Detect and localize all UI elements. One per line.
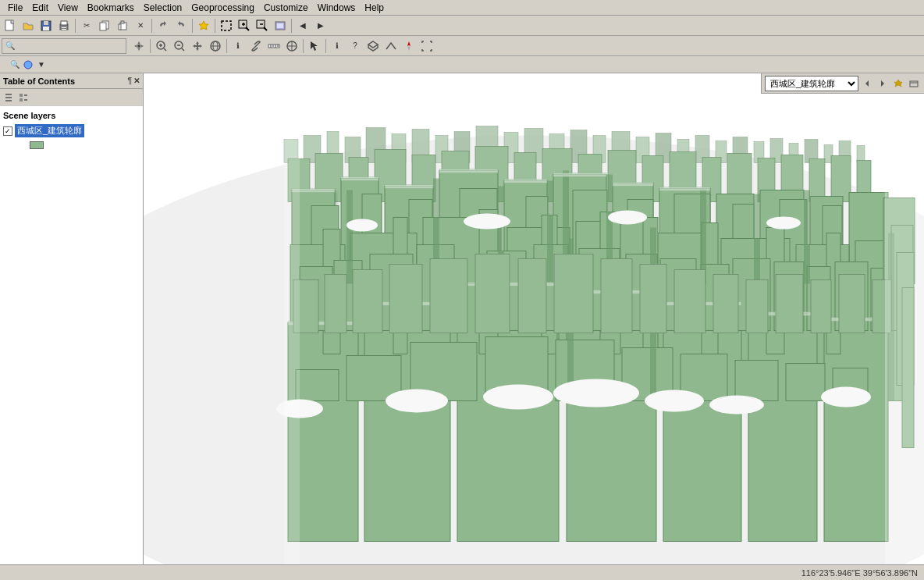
north-btn[interactable] [400,37,418,55]
svg-rect-223 [353,270,382,333]
svg-rect-225 [430,259,467,333]
svg-point-210 [386,390,448,413]
sep2 [151,19,152,33]
search-box[interactable]: 🔍 [2,38,126,54]
svg-rect-5 [61,21,67,25]
svg-rect-176 [735,361,778,401]
sep7 [226,39,227,53]
save-button[interactable] [37,17,55,34]
copy-button[interactable] [96,17,113,34]
svg-rect-227 [518,259,546,333]
layer-checkbox[interactable]: ✓ [3,126,12,136]
menu-windows[interactable]: Windows [313,1,361,15]
zoom-prev-btn[interactable]: ◀ [294,17,311,34]
menu-bookmarks[interactable]: Bookmarks [83,1,139,15]
svg-marker-45 [407,41,410,46]
back-layer-btn[interactable] [860,77,874,91]
pan-btn[interactable] [189,37,206,55]
toc-source-view-btn[interactable] [16,91,30,105]
small-arrow-btn[interactable]: ▼ [35,59,48,71]
sep6 [150,39,151,53]
menu-selection[interactable]: Selection [139,1,187,15]
paste-button[interactable] [114,17,131,34]
map-view[interactable]: 西城区_建筑轮廓 [144,73,924,564]
menu-file[interactable]: File [3,1,27,15]
tilt-btn[interactable] [382,37,400,55]
menu-geoprocessing[interactable]: Geoprocessing [187,1,259,15]
delete-button[interactable]: ✕ [132,17,149,34]
svg-line-18 [246,27,249,30]
svg-rect-12 [119,24,121,30]
svg-rect-14 [222,21,231,30]
main-layout: Table of Contents ¶ ✕ Scene layers ✓ 西城区… [0,73,924,564]
goto-xy-btn[interactable] [283,37,300,55]
svg-rect-228 [554,254,593,333]
menu-help[interactable]: Help [360,1,389,15]
status-coords: 116°23'5.946"E 39°56'3.896"N [801,568,918,578]
svg-line-31 [182,48,184,51]
search-globe-btn[interactable] [22,59,34,71]
sep3 [192,19,193,33]
forward-layer-btn[interactable] [876,77,890,91]
svg-rect-233 [746,280,768,333]
svg-rect-229 [601,259,632,333]
svg-rect-2 [44,21,48,25]
zoom-in-btn[interactable] [153,37,170,55]
svg-marker-44 [311,41,318,51]
globe-btn[interactable] [207,37,224,55]
layer-dropdown[interactable]: 西城区_建筑轮廓 [765,76,858,91]
navigate-btn[interactable] [130,37,147,55]
svg-rect-7 [62,29,66,30]
svg-point-47 [24,61,32,69]
open-button[interactable] [20,17,37,34]
arrow-cursor-btn[interactable] [306,37,323,55]
menu-view[interactable]: View [53,1,83,15]
toc-title-area: Table of Contents [3,77,75,86]
map-select-btn[interactable] [218,17,235,34]
3d-navigate-btn[interactable] [364,37,382,55]
sep4 [215,19,215,33]
svg-rect-199 [504,180,547,183]
layer-name[interactable]: 西城区_建筑轮廓 [15,124,84,137]
menu-edit[interactable]: Edit [27,1,53,15]
menu-customize[interactable]: Customize [259,1,313,15]
svg-rect-232 [713,275,738,333]
measure-btn[interactable] [265,37,283,55]
svg-rect-183 [346,190,353,284]
print-button[interactable] [55,17,73,34]
toc-pin-btn[interactable]: ¶ [127,77,132,85]
svg-rect-23 [277,23,283,28]
zoom-full-btn[interactable] [272,17,289,34]
zoom-out-select-btn[interactable] [254,17,271,34]
svg-rect-202 [659,187,710,191]
identify-btn[interactable]: ℹ [229,37,247,55]
layer-item[interactable]: ✓ 西城区_建筑轮廓 [2,123,141,138]
toc-panel: Table of Contents ¶ ✕ Scene layers ✓ 西城区… [0,73,144,564]
svg-marker-13 [199,21,208,30]
expand-btn[interactable] [907,77,921,91]
about-btn[interactable]: ? [346,37,364,55]
small-search-btn[interactable]: 🔍 [9,59,21,71]
new-button[interactable] [2,17,19,34]
add-data-button[interactable] [195,17,212,34]
zoom-in-select-btn[interactable] [236,17,253,34]
layer-settings-btn[interactable] [891,77,905,91]
sep1 [75,19,76,33]
svg-rect-238 [885,136,924,565]
svg-rect-230 [640,265,666,333]
toc-list-view-btn[interactable] [2,91,16,105]
toc-title: Table of Contents [3,77,75,86]
zoom-next-btn[interactable]: ▶ [312,17,329,34]
redo-button[interactable] [172,17,190,34]
zoom-out-btn[interactable] [171,37,188,55]
full-extent-btn[interactable] [418,37,435,55]
cut-button[interactable]: ✂ [78,17,95,34]
toolbar-row-2: 🔍 ℹ ℹ ? [0,36,924,56]
undo-button[interactable] [155,17,172,34]
svg-marker-240 [865,80,869,87]
info-btn[interactable]: ℹ [329,37,346,55]
toc-close-btn[interactable]: ✕ [133,77,140,85]
svg-marker-46 [407,46,410,51]
hyperlink-btn[interactable] [247,37,265,55]
svg-rect-197 [385,185,433,189]
